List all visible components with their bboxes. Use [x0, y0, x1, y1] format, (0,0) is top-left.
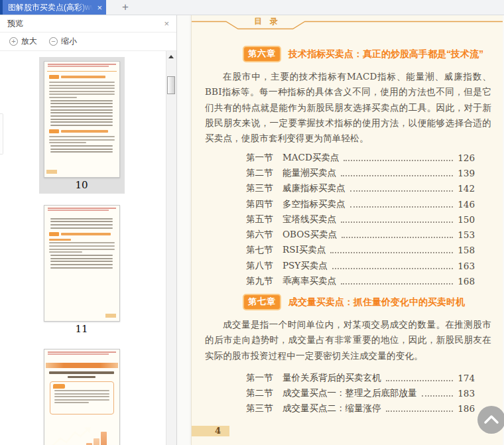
thumbnail-preview [44, 205, 120, 322]
mini-line [50, 151, 113, 153]
mini-line [48, 353, 109, 355]
zoom-in-button[interactable]: + 放大 [9, 36, 37, 47]
toc-entry: 第二节能量潮买卖点139 [246, 165, 475, 180]
mini-line [50, 149, 113, 150]
dot-leader [422, 395, 454, 397]
toc-entry-title: 宝塔线买卖点 [283, 214, 336, 225]
mini-line [50, 255, 113, 256]
dot-leader [350, 206, 454, 208]
mini-line [54, 396, 109, 397]
mini-spacer [44, 211, 119, 216]
dot-leader [386, 411, 454, 412]
browser-tab-bar: 图解股市买卖点(高彩)www.j9p.c × + [0, 0, 504, 15]
chevron-up-icon [477, 405, 504, 434]
mini-line [50, 224, 113, 225]
thumbnail-list: 1011 [0, 51, 176, 445]
document-view[interactable]: 目 录 第六章 技术指标买卖点：真正的炒股高手都是“技术流” 在股市中，主要的技… [177, 15, 504, 445]
thumbnail-page-10[interactable]: 10 [39, 57, 125, 194]
mini-line [50, 258, 113, 259]
thumbnail-page-partial[interactable] [39, 345, 125, 445]
toc-entry: 第一节量价关系背后的买卖玄机174 [246, 370, 475, 385]
mini-line [54, 399, 109, 401]
zoom-out-button[interactable]: − 缩小 [49, 36, 77, 47]
toc-entry-page: 168 [458, 276, 475, 286]
mini-line [49, 139, 115, 141]
tab-close-icon[interactable]: × [97, 3, 102, 13]
toc-entry-number: 第九节 [246, 275, 274, 287]
mini-line [68, 376, 96, 379]
toc-entry-number: 第二节 [246, 387, 274, 399]
sidebar-title: 预览 [7, 18, 23, 29]
chapter-6-heading: 第六章 技术指标买卖点：真正的炒股高手都是“技术流” [243, 46, 483, 62]
toc-entry-title: 多空指标买卖点 [283, 198, 346, 210]
sidebar-scrollbar[interactable] [166, 51, 176, 445]
toc-entry-page: 153 [458, 229, 475, 240]
zoom-out-label: 缩小 [61, 36, 77, 47]
thumbnail-label: 11 [75, 324, 88, 335]
mini-line [50, 106, 113, 107]
mini-line [49, 239, 72, 241]
dot-leader [341, 175, 453, 176]
toc-entry-title: RSI买卖点 [283, 244, 326, 256]
scrollbar-up-arrow-icon[interactable] [168, 55, 174, 58]
app-body: 预览 × + 放大 − 缩小 1011 目 录 第六 [0, 15, 504, 445]
mini-line [54, 402, 89, 403]
toc-header-title: 目 录 [234, 16, 300, 27]
toc-entry: 第三节威廉指标买卖点142 [246, 181, 475, 196]
thumbnail-page-11[interactable]: 11 [39, 201, 125, 338]
mini-line [50, 119, 113, 120]
toc-entry-page: 158 [458, 245, 475, 255]
chapter-7-intro-paragraph: 成交量是指一个时间单位内，对某项交易成交的数量。在推测股市的后市走向趋势时，成交… [205, 317, 491, 363]
chapter-6-intro-paragraph: 在股市中，主要的技术指标有MACD指标、能量潮、威廉指数、BBI指标等。每一种指… [205, 69, 491, 146]
toc-entry-number: 第五节 [246, 214, 274, 225]
zoom-toolbar: + 放大 − 缩小 [0, 32, 176, 51]
sidebar-close-icon[interactable]: × [164, 19, 169, 29]
mini-line [50, 264, 113, 265]
dot-leader [342, 237, 453, 238]
zoom-in-label: 放大 [21, 36, 37, 47]
mini-chapter-heading [49, 129, 115, 133]
toc-entry-page: 186 [458, 403, 475, 414]
mini-line [50, 112, 113, 113]
mini-line [49, 97, 78, 98]
mini-trend-arrow-icon [50, 426, 96, 445]
chapter-6-title: 技术指标买卖点：真正的炒股高手都是“技术流” [288, 48, 483, 60]
zoom-out-icon: − [49, 37, 58, 46]
mini-line [61, 76, 105, 78]
toc-entry-title: PSY买卖点 [283, 260, 328, 272]
mini-line [48, 64, 116, 65]
dot-leader [341, 283, 453, 285]
chapter-6-sections: 第一节MACD买卖点126第二节能量潮买卖点139第三节威廉指标买卖点142第四… [246, 150, 475, 289]
scroll-to-top-button[interactable] [477, 405, 504, 434]
toc-page: 目 录 第六章 技术指标买卖点：真正的炒股高手都是“技术流” 在股市中，主要的技… [191, 15, 503, 445]
mini-line [53, 384, 65, 389]
dot-leader [344, 160, 453, 161]
thumbnail-preview [44, 61, 120, 178]
scrollbar-thumb[interactable] [167, 76, 175, 94]
toc-entry: 第二节成交量买点一：整理之后底部放量183 [246, 385, 475, 401]
toc-entry-title: 量价关系背后的买卖玄机 [283, 372, 381, 384]
mini-line [49, 129, 59, 133]
chapter-7-title: 成交量买卖点：抓住量价变化中的买卖时机 [288, 296, 465, 308]
chapter-7-sections: 第一节量价关系背后的买卖玄机174第二节成交量买点一：整理之后底部放量183第三… [246, 370, 475, 416]
mini-line [50, 267, 113, 269]
toc-entry-title: 威廉指标买卖点 [283, 182, 346, 194]
toc-entry-title: MACD买卖点 [283, 152, 339, 164]
new-tab-button[interactable]: + [116, 0, 135, 15]
mini-line [48, 208, 116, 209]
mini-chapter-heading [49, 232, 115, 236]
mini-line [50, 261, 113, 262]
mini-callout-box [50, 381, 114, 414]
dot-leader [341, 222, 453, 223]
browser-tab[interactable]: 图解股市买卖点(高彩)www.j9p.c × [3, 0, 106, 15]
toc-entry-title: 成交量买点二：缩量涨停 [283, 403, 381, 414]
mini-line [49, 82, 115, 83]
dot-leader [330, 252, 453, 253]
mini-line [49, 142, 87, 143]
mini-line [49, 242, 115, 243]
toc-entry-page: 150 [458, 214, 475, 225]
mini-line [49, 88, 115, 89]
mini-line [49, 91, 115, 92]
sidebar-collapse-handle[interactable] [0, 113, 3, 155]
mini-line [61, 130, 108, 133]
